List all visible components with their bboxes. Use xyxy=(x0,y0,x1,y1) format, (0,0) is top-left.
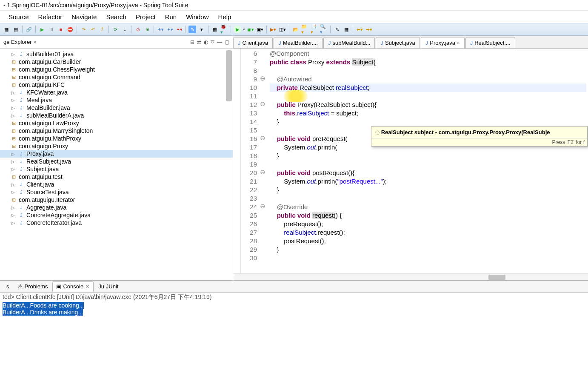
code-editor[interactable]: 6789101112131415161718192021222324252627… xyxy=(233,49,588,273)
package-item[interactable]: ⊞com.atguigu.Proxy xyxy=(0,142,233,150)
menu-refactor[interactable]: Refactor xyxy=(34,12,67,22)
package-item[interactable]: ⊞com.atguigu.MathProxy xyxy=(0,135,233,142)
toolbar-btn[interactable]: ▦ xyxy=(3,26,10,33)
toolbar-btn[interactable]: ✎ xyxy=(333,26,341,33)
java-file-item[interactable]: ▷JRealSubject.java xyxy=(0,158,233,165)
menu-source[interactable]: Source xyxy=(4,12,33,22)
expand-arrow[interactable]: ▷ xyxy=(10,190,16,195)
tab-proxyjava[interactable]: JProxy.java✕ xyxy=(421,37,465,48)
h-scrollbar[interactable] xyxy=(233,273,588,280)
relaunch-icon[interactable]: ⟳ xyxy=(111,26,119,33)
menu-help[interactable]: Help xyxy=(214,12,236,22)
package-item[interactable]: ⊞com.atguigu.Command xyxy=(0,73,233,81)
tab-realsubject[interactable]: JRealSubject.... xyxy=(465,37,515,48)
bottom-tab-problems[interactable]: ⚠Problems xyxy=(14,281,52,292)
menu-project[interactable]: Project xyxy=(131,12,160,22)
toolbar-btn[interactable]: 🔗 xyxy=(25,26,33,33)
tab-subjectjava[interactable]: JSubject.java xyxy=(376,37,420,48)
package-item[interactable]: ⊞com.atguigu.test xyxy=(0,173,233,181)
toolbar-btn[interactable]: ▦ xyxy=(211,26,219,33)
java-file-item[interactable]: ▷JMeal.java xyxy=(0,96,233,104)
tab-submealbuild[interactable]: JsubMealBuild... xyxy=(323,37,375,48)
expand-arrow[interactable]: ▷ xyxy=(10,205,16,210)
package-item[interactable]: ⊞com.atguigu.MarrySingleton xyxy=(0,127,233,135)
tab-clientjava[interactable]: JClient.java xyxy=(233,37,273,48)
scrollbar-thumb[interactable] xyxy=(226,50,232,101)
java-file-item[interactable]: ▷JProxy.java xyxy=(0,150,233,158)
suspend-icon[interactable]: ⏸ xyxy=(48,26,55,33)
toolbar-btn[interactable]: ◫▾ xyxy=(279,26,286,33)
min-icon[interactable]: — xyxy=(217,39,222,45)
new-icon[interactable]: ✦▾ xyxy=(166,26,174,33)
java-file-item[interactable]: ▷JConcreteAggregate.java xyxy=(0,211,233,219)
expand-arrow[interactable]: ▷ xyxy=(10,52,16,57)
expand-arrow[interactable]: ▷ xyxy=(10,167,16,172)
menu-navigate[interactable]: Navigate xyxy=(67,12,101,22)
expand-arrow[interactable]: ▷ xyxy=(10,182,16,187)
java-file-item[interactable]: ▷JsubBuilder01.java xyxy=(0,50,233,58)
step-into-icon[interactable]: ↷ xyxy=(80,26,87,33)
drop-icon[interactable]: ⤓ xyxy=(121,26,128,33)
menu-run[interactable]: Run xyxy=(161,12,181,22)
java-file-item[interactable]: ▷JAggregate.java xyxy=(0,204,233,211)
back-icon[interactable]: ⬅▾ xyxy=(356,26,363,33)
focus-icon[interactable]: ◐ xyxy=(204,39,208,45)
step-over-icon[interactable]: ↶ xyxy=(89,26,97,33)
close-icon[interactable]: ✕ xyxy=(457,40,460,46)
stop-icon[interactable]: ■ xyxy=(57,26,65,33)
menu-window[interactable]: Window xyxy=(182,12,213,22)
package-item[interactable]: ⊞com.atuguigu.Iterator xyxy=(0,196,233,204)
new-icon[interactable]: ✦▾ xyxy=(157,26,164,33)
bottom-tab-s[interactable]: s xyxy=(3,281,13,292)
toolbar-btn[interactable]: ▶▾ xyxy=(269,26,277,33)
package-item[interactable]: ⊞com.atguigu.LawProxy xyxy=(0,119,233,127)
toolbar-btn[interactable]: ▣▾ xyxy=(256,26,264,33)
open-task-icon[interactable]: 📁▾ xyxy=(301,26,309,33)
debug-icon[interactable]: 🐞▾ xyxy=(220,26,228,33)
package-item[interactable]: ⊞com.atguigu.ChessFlyweight xyxy=(0,66,233,73)
tab-mealbuilder[interactable]: JMealBuilder.... xyxy=(274,37,323,48)
expand-arrow[interactable]: ▷ xyxy=(10,152,16,156)
java-file-item[interactable]: ▷JSubject.java xyxy=(0,165,233,173)
open-type-icon[interactable]: 📂 xyxy=(292,26,300,33)
bottom-tab-console[interactable]: ▣Console ✕ xyxy=(52,281,94,292)
menu-icon[interactable]: ▽ xyxy=(211,39,214,45)
toolbar-btn[interactable]: ✎ xyxy=(188,26,196,33)
expand-arrow[interactable]: ▷ xyxy=(10,159,16,164)
toolbar-btn[interactable]: ▦ xyxy=(343,26,350,33)
close-icon[interactable]: ✕ xyxy=(85,283,90,290)
toolbar-btn[interactable]: ▤ xyxy=(12,26,20,33)
coverage-icon[interactable]: ◉▾ xyxy=(247,26,254,33)
package-item[interactable]: ⊞com.atguigu.KFC xyxy=(0,81,233,89)
java-file-item[interactable]: ▷JMealBuilder.java xyxy=(0,104,233,112)
java-file-item[interactable]: ▷JConcreteIterator.java xyxy=(0,219,233,227)
expand-arrow[interactable]: ▷ xyxy=(10,106,16,110)
java-file-item[interactable]: ▷JClient.java xyxy=(0,181,233,188)
max-icon[interactable]: ▢ xyxy=(225,39,229,45)
close-icon[interactable]: ✕ xyxy=(33,39,36,45)
java-file-item[interactable]: ▷JsubMealBuilderA.java xyxy=(0,112,233,119)
new-icon[interactable]: ✦▾ xyxy=(175,26,183,33)
menu-search[interactable]: Search xyxy=(102,12,131,22)
console-output[interactable]: BuilderA...Foods are cooking...BuilderA.… xyxy=(0,302,588,316)
fwd-icon[interactable]: ➡▾ xyxy=(365,26,373,33)
expand-arrow[interactable]: ▷ xyxy=(10,213,16,218)
search-icon[interactable]: 🔍▾ xyxy=(320,26,328,33)
toolbar-btn[interactable]: ▾ xyxy=(198,26,206,33)
java-file-item[interactable]: ▷JSourceTest.java xyxy=(0,188,233,196)
java-file-item[interactable]: ▷JKFCWaiter.java xyxy=(0,89,233,96)
package-item[interactable]: ⊞com.atguigu.CarBuilder xyxy=(0,58,233,66)
bottom-tab-junit[interactable]: JuJUnit xyxy=(94,281,122,292)
expand-arrow[interactable]: ▷ xyxy=(10,90,16,95)
expand-arrow[interactable]: ▷ xyxy=(10,98,16,103)
disconnect-icon[interactable]: ⛔ xyxy=(66,26,74,33)
resume-icon[interactable]: ▶ xyxy=(38,26,46,33)
run-icon[interactable]: ▶ xyxy=(234,26,241,33)
package-tree[interactable]: ▷JsubBuilder01.java⊞com.atguigu.CarBuild… xyxy=(0,49,233,280)
toolbar-btn[interactable]: 📑▾ xyxy=(311,26,318,33)
link-icon[interactable]: ⇄ xyxy=(197,39,201,45)
expand-arrow[interactable]: ▷ xyxy=(10,221,16,225)
collapse-icon[interactable]: ⊟ xyxy=(190,39,194,45)
skip-bp-icon[interactable]: ⊘ xyxy=(134,26,142,33)
expand-arrow[interactable]: ▷ xyxy=(10,113,16,118)
